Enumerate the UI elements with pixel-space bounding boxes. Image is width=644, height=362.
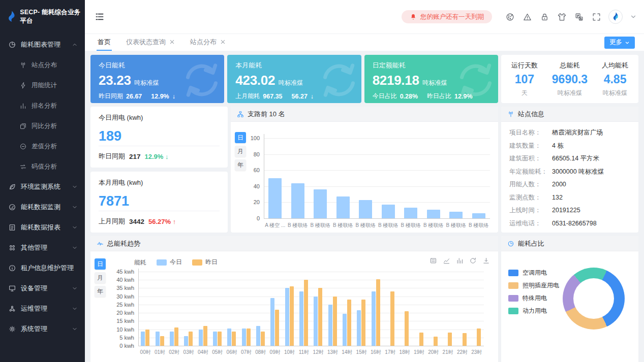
bar-今日 [256, 326, 260, 346]
legend-item-昨日[interactable]: 昨日 [192, 258, 218, 267]
sidebar-subitem[interactable]: 同比分析 [0, 116, 85, 136]
bar-昨日 [463, 333, 467, 346]
x-axis-tick: 14时 [340, 349, 354, 356]
sidebar-subitem[interactable]: 差值分析 [0, 136, 85, 156]
y-axis-tick: 40 kwh [108, 277, 134, 283]
avatar[interactable] [608, 10, 623, 24]
usage-compare-label: 上月同期 [99, 217, 125, 226]
pie-legend: 空调用电照明插座用电特殊用电动力用电 [508, 267, 559, 317]
chevron-down-icon [72, 204, 78, 210]
refresh-icon[interactable] [469, 257, 477, 265]
sidebar-item[interactable]: 系统管理 [0, 319, 85, 339]
bar [427, 210, 440, 218]
pie-legend-item-特殊用电[interactable]: 特殊用电 [508, 292, 559, 305]
translate-icon[interactable] [574, 12, 584, 22]
y-axis-tick: 35 kwh [108, 285, 134, 291]
sidebar-item[interactable]: 运维管理 [0, 299, 85, 319]
sidebar-subitem[interactable]: 用能统计 [0, 75, 85, 95]
bar-昨日 [448, 333, 452, 346]
legend-item-今日[interactable]: 今日 [157, 258, 182, 267]
bar-今日 [227, 328, 231, 346]
pulse-icon [97, 240, 104, 247]
bar-昨日 [261, 332, 265, 346]
x-axis-tick: 06时 [225, 349, 239, 356]
legend-swatch [508, 308, 518, 314]
kpi-footer-label: 今日占比 [373, 92, 397, 101]
sidebar-item[interactable]: 能耗图表管理 [0, 35, 85, 55]
sidebar-item[interactable]: 其他管理 [0, 238, 85, 258]
sidebar-item[interactable]: 能耗数据监测 [0, 197, 85, 217]
user-dropdown-chevron-icon[interactable] [630, 13, 637, 20]
period-toggle-月[interactable]: 月 [235, 146, 246, 157]
bar [314, 189, 327, 218]
legend-swatch [157, 259, 167, 266]
bar-昨日 [419, 333, 423, 346]
tab-站点分布[interactable]: 站点分布 [189, 34, 227, 51]
x-axis-line [264, 218, 490, 219]
device-icon [8, 284, 16, 292]
antenna-icon [19, 61, 27, 69]
site-info-label: 建筑面积： [509, 155, 552, 162]
sidebar-subitem[interactable]: 站点分布 [0, 55, 85, 75]
gear-icon [8, 325, 16, 333]
period-toggle-日[interactable]: 日 [235, 132, 246, 143]
pie-legend-item-动力用电[interactable]: 动力用电 [508, 305, 559, 317]
barchart-icon[interactable] [456, 257, 464, 265]
sidebar-subitem[interactable]: 排名分析 [0, 95, 85, 116]
sidebar-subitem-label: 差值分析 [32, 142, 57, 151]
gridline [138, 272, 484, 272]
menu-collapse-icon[interactable] [95, 12, 105, 22]
sidebar-item[interactable]: 环境监测系统 [0, 177, 85, 197]
period-toggle-年[interactable]: 年 [95, 286, 106, 297]
sidebar-subitem-label: 排名分析 [32, 102, 57, 110]
chevron-down-icon [72, 184, 78, 190]
bar-今日 [184, 336, 188, 346]
tab-仪表状态查询[interactable]: 仪表状态查询 [125, 34, 176, 51]
trend-panel-header: 总能耗趋势 [90, 236, 498, 251]
bar-今日 [299, 291, 303, 346]
x-axis-tick: B 楼联络 [287, 222, 310, 229]
palette-icon[interactable] [505, 12, 515, 22]
lock-icon[interactable] [540, 12, 549, 22]
more-button[interactable]: 更多 [604, 37, 635, 49]
close-tab-icon[interactable] [169, 39, 175, 45]
period-toggle-月[interactable]: 月 [95, 272, 106, 283]
period-toggle-年[interactable]: 年 [235, 159, 246, 171]
recycle-watermark-icon [447, 55, 498, 103]
branch-bar-chart: 020406080100A 楼空 ...B 楼联络B 楼联络B 楼联络B 楼联络… [231, 122, 498, 233]
bar-今日 [199, 330, 203, 346]
kpi-footer-value: 967.35 [263, 93, 282, 100]
theme-icon[interactable] [557, 12, 567, 22]
bar-昨日 [160, 336, 164, 346]
usage-percent: 56.27% ↑ [148, 218, 176, 225]
dataview-icon[interactable] [430, 257, 437, 265]
bar [291, 183, 304, 218]
x-axis-tick: 03时 [181, 349, 196, 356]
sidebar-item[interactable]: 设备管理 [0, 278, 85, 299]
fullscreen-icon[interactable] [592, 12, 601, 22]
sidebar-menu: 能耗图表管理站点分布用能统计排名分析同比分析差值分析码值分析环境监测系统能耗数据… [0, 34, 85, 339]
account-expiry-alert[interactable]: 您的账户还有一天到期 [402, 10, 492, 23]
site-info-value: 3000000 吨标准煤 [552, 169, 604, 175]
swap-icon [19, 163, 27, 171]
bar-今日 [170, 332, 174, 346]
sidebar-item[interactable]: 租户信息维护管理 [0, 258, 85, 278]
sidebar-item[interactable]: 能耗数据报表 [0, 217, 85, 238]
linechart-icon[interactable] [443, 257, 450, 265]
pie-legend-item-空调用电[interactable]: 空调用电 [508, 267, 559, 279]
pie-panel-title: 能耗占比 [518, 239, 544, 248]
bar-昨日 [361, 300, 365, 346]
download-icon[interactable] [482, 257, 490, 265]
pie-legend-item-照明插座用电[interactable]: 照明插座用电 [508, 279, 559, 292]
usage-compare-value: 217 [129, 153, 141, 160]
summary-item-label: 运行天数 [511, 61, 538, 70]
x-axis-tick: 22时 [455, 349, 469, 356]
warning-icon[interactable] [523, 12, 532, 22]
period-toggle-日[interactable]: 日 [95, 258, 106, 270]
x-axis-line [138, 346, 484, 346]
tab-首页[interactable]: 首页 [97, 34, 112, 51]
bar-昨日 [405, 311, 409, 346]
sidebar-subitem[interactable]: 码值分析 [0, 156, 85, 177]
branch-panel-header: 支路前 10 名 [231, 107, 498, 122]
close-tab-icon[interactable] [220, 39, 226, 45]
